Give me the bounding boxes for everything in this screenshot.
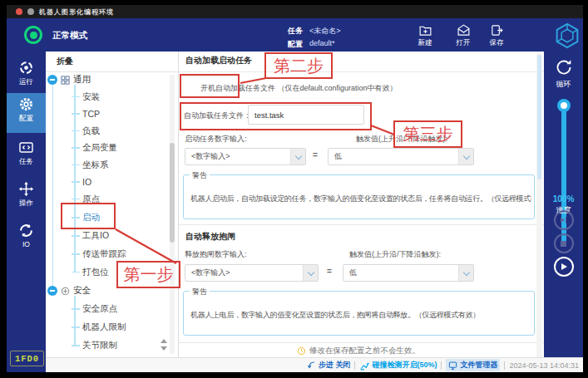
- warning-box-2: 警告 机器人上电后，数字输入的值变化至设置的状态后，抱闸将自动释放。（仅远程模式…: [183, 291, 535, 336]
- section1-title: 自动加载启动任务: [185, 55, 252, 66]
- scroll-up-icon[interactable]: [161, 339, 167, 343]
- stop-button[interactable]: [554, 233, 574, 253]
- task-label: 任务: [288, 26, 303, 37]
- tree-item-conveyor-tracking[interactable]: 传送带跟踪: [72, 248, 126, 261]
- tree-item-coordinate-system[interactable]: 坐标系: [72, 159, 109, 172]
- autoload-checkbox-label: 开机自动加载任务文件 （仅在default.configuration中有效）: [200, 83, 398, 94]
- stop-icon: [561, 241, 566, 247]
- tree-item-home[interactable]: 原点: [72, 193, 100, 206]
- tree-group-safety[interactable]: 安全: [47, 284, 91, 297]
- section2-title: 自动释放抱闸: [185, 231, 235, 243]
- tree-item-installation[interactable]: 安装: [72, 91, 100, 104]
- tree-item-joint-limits[interactable]: 关节限制: [72, 339, 117, 352]
- nav-item-config[interactable]: 配置: [7, 96, 46, 124]
- tree-connector-line: [52, 85, 54, 286]
- timestamp: 2024-05-13 14:04:31: [509, 361, 579, 370]
- warning-title: 警告: [190, 170, 210, 181]
- collapse-node-icon[interactable]: [47, 286, 57, 296]
- window-close-button[interactable]: [16, 8, 22, 15]
- app-window: 机器人图形化编程环境 正常模式 任务 <未命名> 配置 default* 新建 …: [0, 0, 588, 378]
- right-control-panel: 循环 100% 速度: [544, 52, 583, 357]
- warning-box-1: 警告 机器人启动后，自动加载设定的任务，数字输入的值变化至设置的状态后，任务将自…: [183, 174, 535, 219]
- tree-item-io[interactable]: IO: [72, 175, 91, 189]
- nav-item-operate[interactable]: 操作: [7, 181, 46, 209]
- tree-item-payload[interactable]: 负载: [72, 125, 100, 138]
- plus-circle-icon: [61, 287, 70, 296]
- tree-item-global-variables[interactable]: 全局变量: [72, 141, 117, 155]
- config-value: default*: [309, 39, 335, 47]
- nav-item-task[interactable]: 任务: [7, 140, 46, 167]
- separator: [354, 361, 355, 370]
- tree-tick: [72, 96, 80, 98]
- tree-scrollbar-thumb[interactable]: [170, 143, 175, 243]
- run-icon: [18, 60, 34, 76]
- equals-sign: =: [327, 267, 332, 276]
- io-cycle-icon: [18, 223, 34, 238]
- step-forward-button[interactable]: [554, 210, 574, 230]
- play-icon: [561, 263, 567, 270]
- code-icon: [18, 140, 34, 155]
- notice-text: 修改在保存配置之前不会生效。: [309, 346, 420, 356]
- tree-item-robot-limits[interactable]: 机器人限制: [72, 321, 126, 334]
- status-bar: 步进 关闭 碰撞检测开启(50%) 文件管理器 2024-05-13 14:04…: [46, 357, 583, 372]
- chevron-down-icon[interactable]: [458, 149, 473, 164]
- divider: [179, 71, 544, 72]
- open-button[interactable]: 打开: [447, 21, 480, 51]
- digital-input-select-1[interactable]: <数字输入>: [185, 148, 306, 165]
- left-nav: 运行 配置 任务 操作 IO 1FD0: [7, 52, 46, 372]
- trigger-value-select-1[interactable]: 低: [328, 148, 474, 165]
- mode-label: 正常模式: [52, 30, 87, 42]
- chevron-down-icon[interactable]: [290, 149, 305, 164]
- brand-cube-icon: [553, 22, 581, 50]
- tree-scroll-spinner[interactable]: [159, 336, 169, 354]
- app-header: 正常模式 任务 <未命名> 配置 default* 新建 打开 保存: [7, 18, 583, 52]
- tree-group-general[interactable]: 通用: [47, 73, 91, 86]
- trigger-label-1: 触发值(上升沿/下降沿触发):: [356, 134, 447, 145]
- tree-tick: [72, 113, 80, 115]
- save-button[interactable]: 保存: [480, 21, 513, 51]
- collision-detection-status[interactable]: 碰撞检测开启(50%): [359, 360, 437, 371]
- nav-item-io[interactable]: IO: [7, 223, 46, 248]
- window-minimize-button[interactable]: [27, 8, 34, 15]
- collapse-header[interactable]: 折叠: [57, 56, 73, 67]
- gear-icon: [18, 96, 34, 112]
- tree-tick: [72, 147, 80, 149]
- collapse-node-icon[interactable]: [47, 75, 57, 85]
- release-brake-input-label: 释放抱闸数字输入:: [185, 249, 247, 260]
- new-button[interactable]: 新建: [408, 21, 442, 51]
- tree-item-tcp[interactable]: TCP: [72, 107, 100, 120]
- play-button[interactable]: [554, 257, 574, 277]
- config-tree-panel: 折叠 通用 安装 TCP 负载 全局变量 坐标系 IO 原点 启动 工具IO 传…: [46, 52, 179, 357]
- tree-item-safety-home[interactable]: 安全原点: [72, 302, 117, 316]
- start-task-input-label: 启动任务数字输入:: [185, 134, 247, 145]
- tree-tick: [72, 308, 80, 310]
- divider: [46, 71, 179, 72]
- trigger-label-2: 触发值(上升沿/下降沿触发):: [349, 249, 441, 260]
- scroll-down-icon[interactable]: [161, 346, 167, 351]
- loop-label: 循环: [544, 79, 583, 90]
- warning-text: 机器人上电后，数字输入的值变化至设置的状态后，抱闸将自动释放。（仅远程模式有效）: [190, 310, 531, 321]
- digital-input-select-2[interactable]: <数字输入>: [185, 264, 319, 282]
- autoload-file-input[interactable]: test.task: [248, 105, 364, 125]
- nav-item-run[interactable]: 运行: [7, 60, 46, 87]
- main-content: 自动加载启动任务 开机自动加载任务文件 （仅在default.configura…: [179, 52, 544, 357]
- loop-button[interactable]: [554, 57, 574, 77]
- mode-indicator-icon: [24, 26, 42, 44]
- separator: [504, 361, 505, 370]
- tree-item-startup[interactable]: 启动: [72, 211, 100, 224]
- step-mode-status[interactable]: 步进 关闭: [307, 360, 351, 371]
- file-manager-button[interactable]: 文件管理器: [446, 359, 500, 371]
- chevron-down-icon[interactable]: [303, 265, 318, 281]
- main-scrollbar-thumb[interactable]: [537, 55, 541, 179]
- separator: [441, 361, 442, 370]
- tree-item-tool-io[interactable]: 工具IO: [72, 229, 109, 243]
- trigger-value-select-2[interactable]: 低: [343, 264, 474, 282]
- warning-text: 机器人启动后，自动加载设定的任务，数字输入的值变化至设置的状态后，任务将自动运行…: [190, 194, 531, 204]
- warning-title: 警告: [190, 287, 210, 297]
- tree-item-pallet[interactable]: 打包位: [72, 266, 109, 279]
- autoload-file-label: 自动加载任务文件：: [184, 110, 251, 121]
- chevron-down-icon[interactable]: [458, 265, 473, 281]
- tree-tick: [72, 217, 80, 218]
- config-label: 配置: [288, 39, 303, 50]
- save-icon: [490, 23, 504, 37]
